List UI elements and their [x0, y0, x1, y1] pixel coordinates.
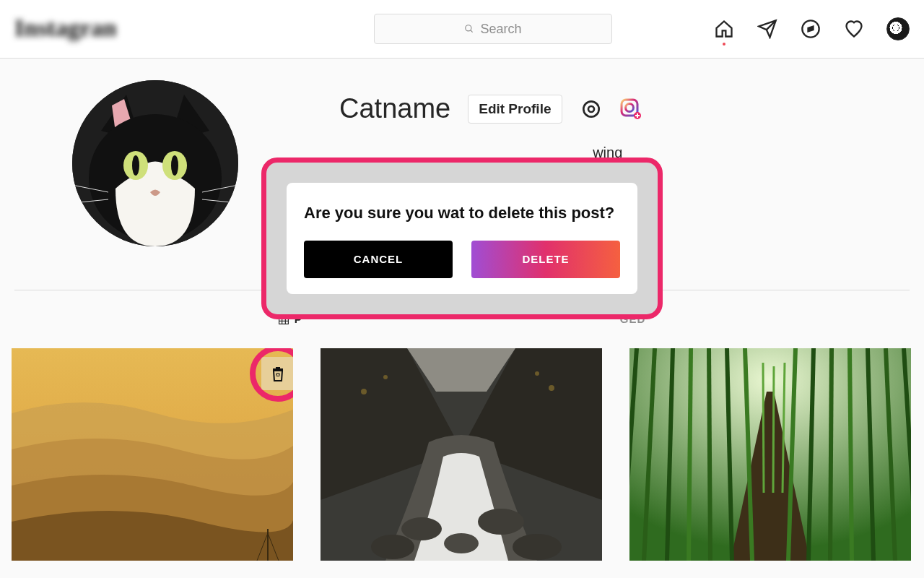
svg-point-11: [171, 155, 178, 176]
new-post-icon[interactable]: [620, 98, 642, 120]
nav-explore[interactable]: [800, 18, 821, 40]
svg-point-43: [513, 534, 562, 560]
search-field-wrap: Search: [374, 14, 612, 44]
cat-avatar-image: [72, 80, 238, 246]
svg-point-46: [549, 385, 554, 391]
svg-line-59: [830, 348, 832, 561]
search-icon: [464, 24, 474, 34]
svg-point-19: [625, 103, 633, 111]
svg-line-2: [471, 30, 473, 33]
posts-grid: [0, 332, 924, 561]
notification-dot: [723, 43, 725, 46]
delete-post-button[interactable]: [261, 357, 293, 390]
nav-icons: [713, 17, 910, 40]
search-placeholder-text: Search: [480, 22, 521, 37]
svg-marker-5: [808, 27, 814, 32]
nav-activity[interactable]: [843, 18, 865, 40]
nav-home[interactable]: [713, 18, 735, 40]
app-logo[interactable]: Instagram: [14, 13, 116, 45]
svg-line-65: [773, 366, 774, 493]
svg-point-1: [466, 25, 471, 31]
svg-point-47: [535, 371, 539, 376]
delete-button[interactable]: DELETE: [471, 241, 620, 278]
post-tile-2[interactable]: [321, 348, 602, 561]
edit-profile-button[interactable]: Edit Profile: [468, 95, 562, 124]
svg-point-9: [132, 155, 139, 176]
compass-icon: [801, 19, 821, 39]
post-image-bamboo-forest: [629, 348, 911, 561]
top-nav: Instagram Search: [0, 0, 924, 59]
svg-point-40: [478, 509, 524, 535]
confirm-delete-dialog-frame: Are you sure you wat to delete this post…: [261, 158, 663, 319]
gear-icon[interactable]: [580, 98, 603, 121]
post-tile-3[interactable]: [629, 348, 911, 561]
svg-point-45: [383, 375, 388, 379]
confirm-delete-dialog: Are you sure you wat to delete this post…: [287, 183, 637, 294]
nav-messages[interactable]: [757, 18, 778, 40]
svg-line-54: [709, 348, 710, 561]
post-image-river-valley: [321, 348, 602, 561]
profile-username: Catname: [339, 93, 450, 124]
cancel-button[interactable]: CANCEL: [304, 241, 453, 278]
svg-point-41: [444, 533, 479, 553]
search-input[interactable]: Search: [374, 14, 612, 44]
logo-icon: Instagram: [14, 13, 116, 45]
svg-text:Instagram: Instagram: [14, 14, 116, 41]
svg-point-39: [401, 517, 442, 540]
profile-avatar-large[interactable]: [72, 80, 238, 246]
heart-icon: [844, 19, 864, 39]
profile-meta: Catname Edit Profile wing: [339, 80, 651, 161]
svg-point-44: [361, 389, 367, 394]
svg-line-60: [850, 348, 852, 561]
post-tile-1[interactable]: [12, 348, 293, 561]
svg-point-42: [371, 535, 414, 559]
home-icon: [714, 19, 734, 39]
svg-point-17: [588, 106, 594, 112]
dialog-title: Are you sure you wat to delete this post…: [304, 202, 620, 225]
paper-plane-icon: [757, 19, 777, 39]
trash-icon: [269, 365, 287, 382]
svg-line-64: [763, 363, 764, 493]
svg-line-53: [689, 348, 691, 561]
nav-profile-avatar[interactable]: [886, 17, 910, 40]
